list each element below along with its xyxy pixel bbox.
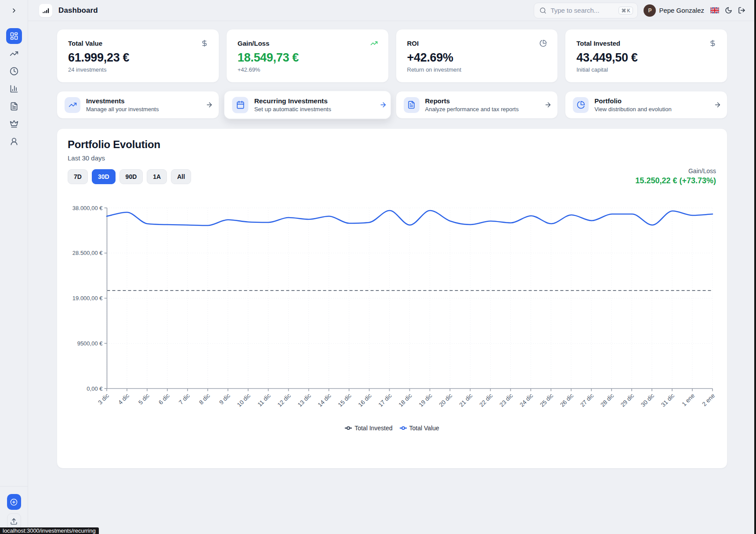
- svg-text:9 dic: 9 dic: [218, 392, 232, 406]
- svg-text:28 dic: 28 dic: [599, 392, 615, 408]
- svg-text:19 dic: 19 dic: [418, 392, 434, 408]
- svg-text:9500,00 €: 9500,00 €: [77, 340, 103, 347]
- svg-text:23 dic: 23 dic: [498, 392, 514, 408]
- svg-text:19.000,00 €: 19.000,00 €: [72, 295, 103, 302]
- svg-text:26 dic: 26 dic: [559, 392, 575, 408]
- svg-text:4 dic: 4 dic: [117, 392, 130, 406]
- svg-text:27 dic: 27 dic: [579, 392, 595, 408]
- svg-text:25 dic: 25 dic: [539, 392, 554, 408]
- svg-text:5 dic: 5 dic: [137, 392, 151, 406]
- svg-text:12 dic: 12 dic: [276, 392, 292, 408]
- svg-text:6 dic: 6 dic: [157, 392, 171, 406]
- svg-text:8 dic: 8 dic: [198, 392, 211, 406]
- svg-text:31 dic: 31 dic: [660, 392, 676, 408]
- svg-text:14 dic: 14 dic: [317, 392, 333, 408]
- svg-text:24 dic: 24 dic: [518, 392, 534, 408]
- svg-text:0,00 €: 0,00 €: [87, 385, 103, 392]
- svg-text:29 dic: 29 dic: [619, 392, 635, 408]
- svg-text:22 dic: 22 dic: [478, 392, 494, 408]
- svg-text:18 dic: 18 dic: [398, 392, 413, 408]
- svg-text:10 dic: 10 dic: [236, 392, 252, 408]
- svg-text:20 dic: 20 dic: [438, 392, 453, 408]
- svg-text:15 dic: 15 dic: [337, 392, 353, 408]
- svg-text:1 ene: 1 ene: [681, 392, 696, 408]
- svg-text:16 dic: 16 dic: [357, 392, 373, 408]
- svg-text:2 ene: 2 ene: [701, 392, 716, 408]
- svg-text:30 dic: 30 dic: [640, 392, 655, 408]
- svg-text:3 dic: 3 dic: [97, 392, 110, 406]
- svg-text:7 dic: 7 dic: [177, 392, 191, 406]
- svg-text:38.000,00 €: 38.000,00 €: [72, 205, 103, 211]
- svg-text:13 dic: 13 dic: [297, 392, 312, 408]
- svg-text:28.500,00 €: 28.500,00 €: [72, 250, 103, 256]
- svg-text:17 dic: 17 dic: [377, 392, 393, 408]
- svg-text:11 dic: 11 dic: [256, 392, 272, 408]
- svg-text:21 dic: 21 dic: [458, 392, 474, 408]
